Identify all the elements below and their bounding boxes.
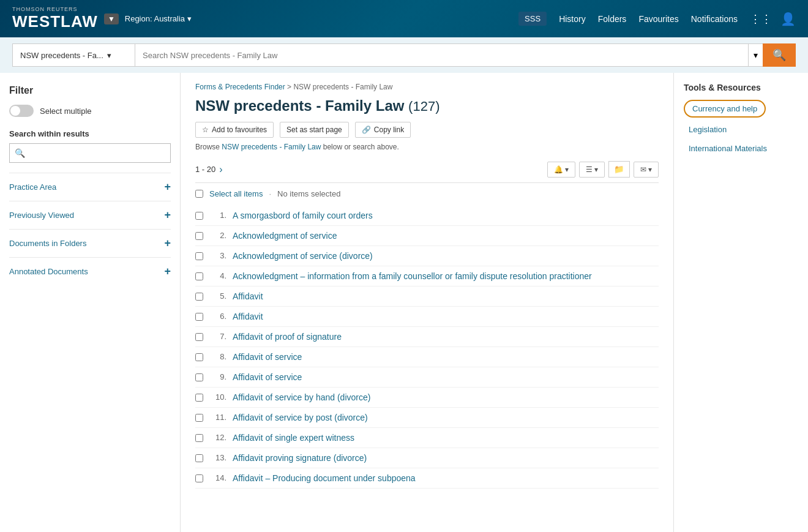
select-all-label[interactable]: Select all items — [209, 189, 263, 198]
result-link-14[interactable]: Affidavit – Producing document under sub… — [233, 473, 416, 483]
result-checkbox-2[interactable] — [195, 232, 203, 240]
add-favourites-button[interactable]: ☆ Add to favourites — [195, 122, 274, 138]
result-checkbox-8[interactable] — [195, 353, 203, 361]
tools-link-0[interactable]: Currency and help — [684, 100, 766, 118]
result-link-1[interactable]: A smorgasbord of family court orders — [233, 211, 373, 220]
lines-icon: ☰ — [586, 165, 593, 174]
toolbar-actions: 🔔 ▾ ☰ ▾ 📁 ✉ ▾ — [547, 161, 659, 178]
result-num-10: 10. — [209, 392, 226, 402]
tools-link-1[interactable]: Legislation — [684, 122, 798, 137]
result-num-13: 13. — [209, 453, 226, 462]
notifications-link[interactable]: Notifications — [691, 14, 738, 24]
result-link-8[interactable]: Affidavit of service — [233, 352, 302, 362]
email-dropdown-icon: ▾ — [648, 165, 652, 174]
select-all-checkbox[interactable] — [195, 190, 203, 198]
filter-annotated-documents[interactable]: Annotated Documents + — [9, 257, 171, 285]
copy-link-button[interactable]: 🔗 Copy link — [355, 122, 411, 138]
folders-link[interactable]: Folders — [598, 14, 627, 24]
table-row: 3. Acknowledgment of service (divorce) — [195, 246, 659, 266]
table-row: 13. Affidavit proving signature (divorce… — [195, 448, 659, 468]
result-link-7[interactable]: Affidavit of proof of signature — [233, 332, 342, 342]
table-row: 4. Acknowledgment – information from a f… — [195, 266, 659, 287]
result-link-6[interactable]: Affidavit — [233, 312, 263, 321]
result-checkbox-5[interactable] — [195, 293, 203, 301]
main-layout: Filter Select multiple Search within res… — [0, 73, 808, 532]
result-link-4[interactable]: Acknowledgment – information from a fami… — [233, 271, 592, 281]
result-link-2[interactable]: Acknowledgment of service — [233, 231, 337, 241]
result-num-3: 3. — [209, 251, 226, 260]
result-link-3[interactable]: Acknowledgment of service (divorce) — [233, 251, 373, 261]
right-sidebar: Tools & Resources Currency and helpLegis… — [673, 73, 808, 532]
table-row: 1. A smorgasbord of family court orders — [195, 206, 659, 226]
result-checkbox-14[interactable] — [195, 474, 203, 482]
view-dropdown-icon: ▾ — [594, 165, 598, 174]
tools-links: Currency and helpLegislationInternationa… — [684, 100, 798, 155]
result-checkbox-6[interactable] — [195, 313, 203, 321]
result-link-9[interactable]: Affidavit of service — [233, 372, 302, 382]
result-checkbox-7[interactable] — [195, 333, 203, 341]
header-left: THOMSON REUTERS WESTLAW ▼ Region: Austra… — [12, 6, 192, 31]
filter-documents-in-folders[interactable]: Documents in Folders + — [9, 229, 171, 257]
filter-previously-viewed[interactable]: Previously Viewed + — [9, 201, 171, 229]
result-checkbox-1[interactable] — [195, 212, 203, 220]
view-options-button[interactable]: ☰ ▾ — [579, 162, 605, 178]
email-button[interactable]: ✉ ▾ — [634, 162, 659, 178]
result-checkbox-4[interactable] — [195, 272, 203, 280]
select-multiple-label: Select multiple — [40, 107, 92, 116]
content-area: Forms & Precedents Finder > NSW preceden… — [181, 73, 673, 532]
result-checkbox-11[interactable] — [195, 414, 203, 422]
result-link-11[interactable]: Affidavit of service by post (divorce) — [233, 413, 368, 422]
filter-practice-area-plus: + — [164, 181, 171, 193]
result-link-13[interactable]: Affidavit proving signature (divorce) — [233, 453, 367, 463]
header-icons: ⋮⋮ 👤 — [750, 12, 796, 26]
search-within-input[interactable] — [30, 144, 170, 162]
search-dropdown-arrow[interactable]: ▾ — [748, 43, 763, 67]
result-link-12[interactable]: Affidavit of single expert witness — [233, 433, 354, 443]
set-start-page-button[interactable]: Set as start page — [280, 122, 349, 138]
table-row: 5. Affidavit — [195, 287, 659, 307]
logo-arrow-button[interactable]: ▼ — [104, 13, 119, 24]
table-row: 7. Affidavit of proof of signature — [195, 327, 659, 347]
favourites-link[interactable]: Favourites — [638, 14, 678, 24]
grid-icon[interactable]: ⋮⋮ — [750, 12, 772, 26]
filter-practice-area[interactable]: Practice Area + — [9, 173, 171, 201]
table-row: 6. Affidavit — [195, 307, 659, 327]
region-chevron: ▾ — [187, 14, 192, 23]
result-link-10[interactable]: Affidavit of service by hand (divorce) — [233, 392, 370, 402]
search-within-input-wrapper: 🔍 — [9, 143, 171, 163]
browse-prefix: Browse — [195, 143, 222, 151]
history-link[interactable]: History — [559, 14, 586, 24]
folder-button[interactable]: 📁 — [608, 161, 630, 178]
filter-practice-area-label: Practice Area — [9, 182, 56, 192]
search-scope-selector[interactable]: NSW precedents - Fa... ▾ — [12, 43, 135, 67]
set-start-page-label: Set as start page — [286, 126, 342, 134]
breadcrumb-link1[interactable]: Forms & Precedents Finder — [195, 83, 285, 91]
result-num-4: 4. — [209, 271, 226, 280]
result-num-1: 1. — [209, 211, 226, 220]
user-icon[interactable]: 👤 — [780, 12, 796, 26]
tools-link-2[interactable]: International Materials — [684, 141, 798, 155]
result-checkbox-12[interactable] — [195, 434, 203, 442]
result-checkbox-3[interactable] — [195, 252, 203, 260]
select-multiple-toggle[interactable] — [9, 105, 34, 117]
header-nav: SSS History Folders Favourites Notificat… — [518, 12, 796, 26]
region-selector[interactable]: Region: Australia ▾ — [125, 14, 192, 23]
result-checkbox-10[interactable] — [195, 394, 203, 402]
result-num-2: 2. — [209, 231, 226, 240]
result-checkbox-13[interactable] — [195, 454, 203, 462]
result-num-9: 9. — [209, 372, 226, 381]
result-checkbox-9[interactable] — [195, 373, 203, 381]
header: THOMSON REUTERS WESTLAW ▼ Region: Austra… — [0, 0, 808, 37]
search-input[interactable] — [135, 43, 748, 67]
alert-button[interactable]: 🔔 ▾ — [547, 162, 575, 178]
next-page-arrow[interactable]: › — [219, 164, 222, 175]
result-link-5[interactable]: Affidavit — [233, 291, 263, 301]
pagination: 1 - 20 › — [195, 164, 223, 175]
browse-link[interactable]: NSW precedents - Family Law — [222, 143, 321, 151]
search-within-label: Search within results — [9, 129, 171, 138]
search-dropdown-icon: ▾ — [754, 50, 758, 60]
folder-icon: 📁 — [614, 165, 624, 174]
sss-button[interactable]: SSS — [518, 12, 547, 26]
result-num-11: 11. — [209, 413, 226, 422]
search-button[interactable]: 🔍 — [763, 43, 796, 67]
